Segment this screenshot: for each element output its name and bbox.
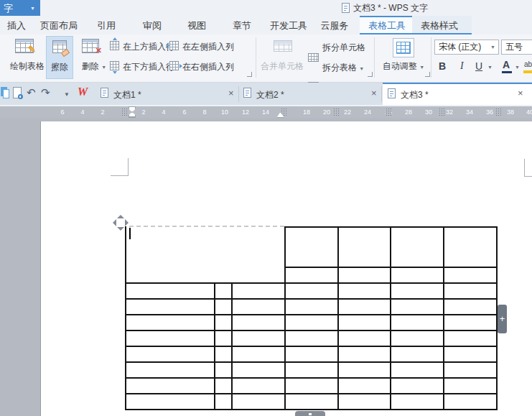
ruler-tick-label: 2	[101, 108, 104, 116]
insert-col-left-button[interactable]	[169, 41, 179, 50]
document-icon	[388, 88, 396, 98]
bold-button[interactable]: B	[439, 60, 446, 72]
tab-references[interactable]: 引用	[97, 19, 116, 32]
quick-access-caret-icon[interactable]: ▼	[64, 91, 70, 98]
delete-button[interactable]: ✕	[82, 39, 99, 53]
tab-view[interactable]: 视图	[187, 19, 206, 32]
doc-tab-1[interactable]: 文档1 * ×	[96, 83, 238, 105]
autofit-group-launcher-icon[interactable]	[425, 72, 430, 77]
table-move-handle[interactable]	[113, 215, 129, 231]
tab-review[interactable]: 审阅	[143, 19, 162, 32]
insert-row-below-label[interactable]: 在下方插入行	[123, 61, 174, 73]
insert-col-left-icon	[169, 41, 179, 50]
document-icon	[101, 88, 108, 98]
side-plus-tab[interactable]: +	[498, 305, 507, 333]
tab-table-style[interactable]: 表格样式	[421, 19, 458, 32]
draw-table-button[interactable]: ✎	[15, 39, 34, 53]
ribbon-separator	[431, 37, 431, 78]
document-page[interactable]	[41, 121, 532, 416]
table-group-launcher-icon[interactable]	[247, 72, 252, 77]
insert-col-left-label[interactable]: 在左侧插入列	[182, 41, 234, 53]
font-size-select[interactable]: 五号	[501, 40, 532, 55]
ruler-column-grip[interactable]	[386, 108, 391, 116]
doc-tab-3-active[interactable]: 文档3 * ×	[383, 83, 532, 105]
horizontal-ruler[interactable]: 6422468101214182022242628303234363840	[0, 106, 532, 118]
window-title-group: 文档3 * - WPS 文字	[342, 2, 428, 14]
pages-icon-front	[3, 89, 9, 98]
ruler-tick-label: 22	[344, 108, 351, 116]
active-tab-top-accent	[360, 16, 412, 17]
font-color-caret-icon[interactable]: ▼	[515, 65, 520, 70]
font-color-button[interactable]: A	[503, 59, 510, 70]
print-preview-icon[interactable]	[13, 87, 22, 98]
ruler-tick-label: 14	[262, 108, 269, 116]
page-scroll-bubble[interactable]	[295, 411, 325, 416]
erase-label: 擦除	[51, 61, 68, 73]
window-title: 文档3 * - WPS 文字	[353, 2, 428, 14]
app-menu-button[interactable]: 字 ▼	[0, 0, 40, 17]
ruler-tick-label: 32	[446, 108, 453, 116]
ruler-column-grip[interactable]	[495, 108, 501, 116]
split-cells-icon	[308, 53, 319, 62]
wps-logo[interactable]: W	[78, 85, 88, 98]
close-icon[interactable]: ×	[518, 88, 523, 98]
table-pencil-icon: ✎	[15, 39, 34, 53]
ruler-tick-label: 4	[162, 108, 165, 116]
insert-col-right-icon	[169, 61, 179, 70]
app-caret-icon: ▼	[30, 0, 35, 17]
ruler-tick-label: 6	[60, 108, 64, 116]
highlight-button[interactable]: ab	[524, 60, 532, 70]
autofit-icon	[393, 38, 414, 57]
underline-caret-icon[interactable]: ▼	[487, 65, 493, 70]
ruler-column-grip[interactable]	[439, 108, 444, 116]
insert-row-above-button[interactable]	[110, 41, 119, 50]
document-icon	[342, 3, 350, 13]
delete-label[interactable]: 删除 ▼	[82, 60, 106, 73]
ribbon-separator	[374, 37, 375, 78]
document-icon	[243, 88, 251, 98]
table-eraser-icon	[52, 40, 67, 53]
undo-button[interactable]: ↶	[27, 86, 36, 99]
tab-cloud[interactable]: 云服务	[321, 19, 349, 32]
autofit-button[interactable]: 自动调整 ▼	[383, 60, 424, 73]
document-canvas	[0, 118, 532, 416]
ruler-tick-label: 30	[425, 108, 432, 116]
split-table-button[interactable]: 拆分表格 ▼	[322, 62, 364, 74]
app-menu-label: 字	[4, 3, 13, 14]
ruler-tick-label: 34	[466, 108, 473, 116]
doc-tab-label: 文档2 *	[256, 89, 284, 101]
split-cells-button[interactable]: 拆分单元格	[322, 42, 365, 54]
underline-button[interactable]: U	[475, 60, 482, 72]
italic-button[interactable]: I	[460, 60, 464, 72]
insert-row-above-icon	[110, 41, 119, 50]
doc-tab-2[interactable]: 文档2 * ×	[239, 83, 381, 105]
ribbon-separator	[256, 37, 256, 78]
table-delete-icon: ✕	[82, 39, 99, 53]
ruler-tick-label: 20	[323, 108, 330, 116]
margin-mark	[524, 176, 532, 177]
font-name-select[interactable]: 宋体 (正文) ▼	[434, 40, 499, 55]
ruler-tick-label: 12	[242, 108, 249, 116]
document-tab-bar: ↶ ↷ ▼ W 文档1 * × 文档2 * × 文档3 * ×	[0, 83, 532, 105]
ruler-tick-label: 38	[507, 108, 514, 116]
merge-group-launcher-icon[interactable]	[368, 72, 373, 77]
menu-tab-row: 插入 页面布局 引用 审阅 视图 章节 开发工具 云服务 表格工具 表格样式	[0, 16, 532, 34]
redo-button[interactable]: ↷	[41, 86, 50, 99]
insert-col-right-label[interactable]: 在右侧插入列	[182, 61, 234, 73]
close-icon[interactable]: ×	[371, 88, 377, 98]
ruler-column-grip[interactable]	[333, 108, 339, 116]
wps-writer-window: 字 ▼ 文档3 * - WPS 文字 插入 页面布局 引用 审阅 视图 章节 开…	[0, 0, 532, 416]
erase-button[interactable]: 擦除	[46, 36, 73, 79]
close-icon[interactable]: ×	[228, 88, 234, 98]
tab-insert[interactable]: 插入	[7, 19, 26, 32]
insert-col-right-button[interactable]	[169, 61, 179, 70]
tab-section[interactable]: 章节	[233, 19, 251, 32]
tab-developer[interactable]: 开发工具	[270, 19, 307, 32]
tab-page-layout[interactable]: 页面布局	[40, 19, 78, 32]
font-size-value: 五号	[505, 42, 523, 52]
insert-row-below-button[interactable]	[110, 61, 119, 70]
draw-table-label[interactable]: 绘制表格	[10, 60, 45, 73]
tab-table-tools[interactable]: 表格工具	[368, 19, 406, 32]
merge-cells-button: 合并单元格	[261, 60, 304, 73]
ruler-column-grip[interactable]	[121, 108, 127, 116]
